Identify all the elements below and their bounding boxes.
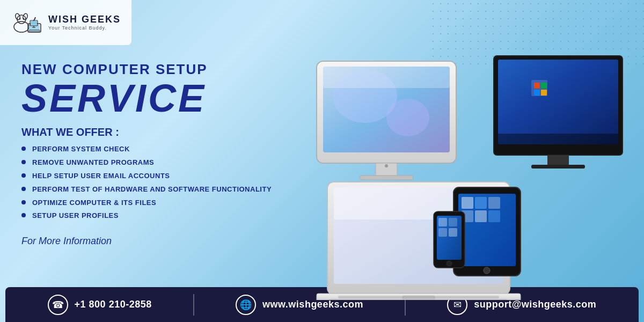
for-more-info-text: For More Information [21, 236, 311, 247]
phone-number: +1 800 210-2858 [75, 299, 152, 310]
footer-phone-item: ☎ +1 800 210-2858 [48, 295, 152, 315]
svg-rect-52 [449, 228, 457, 237]
svg-rect-27 [541, 90, 547, 96]
offer-list: PERFORM SYSTEM CHECK REMOVE UNWANTED PRO… [21, 145, 311, 225]
svg-point-16 [386, 99, 429, 136]
bullet-icon [21, 160, 26, 164]
globe-icon: 🌐 [236, 295, 256, 315]
phone-icon: ☎ [48, 295, 68, 315]
list-item: PERFORM SYSTEM CHECK [21, 145, 311, 154]
svg-rect-40 [462, 197, 473, 209]
bullet-icon [21, 147, 26, 151]
svg-rect-22 [498, 60, 618, 144]
footer-divider-1 [193, 294, 194, 316]
globe-icon-symbol: 🌐 [240, 299, 252, 311]
right-panel-devices [311, 56, 623, 276]
list-item: PERFORM TEST OF HARDWARE AND SOFTWARE FU… [21, 185, 311, 194]
logo-brand-name: WISH GEEKS [48, 14, 121, 25]
offer-item-text: HELP SETUP USER EMAIL ACCOUNTS [32, 172, 170, 181]
main-container: WISH GEEKS Your Technical Buddy. NEW COM… [0, 0, 644, 322]
website-url: www.wishgeeks.com [262, 299, 363, 310]
what-we-offer-heading: WHAT WE OFFER : [21, 126, 311, 138]
svg-rect-24 [534, 83, 540, 89]
title-line2: SERVICE [21, 79, 311, 118]
offer-item-text: PERFORM TEST OF HARDWARE AND SOFTWARE FU… [32, 185, 272, 194]
svg-point-5 [23, 18, 25, 20]
svg-point-53 [447, 261, 452, 266]
svg-point-1 [17, 15, 26, 24]
svg-point-4 [19, 18, 21, 20]
offer-item-text: PERFORM SYSTEM CHECK [32, 145, 130, 154]
offer-item-text: REMOVE UNWANTED PROGRAMS [32, 158, 154, 167]
email-address: support@wishgeeks.com [474, 299, 596, 310]
svg-point-20 [385, 164, 388, 167]
list-item: OPTIMIZE COMPUTER & ITS FILES [21, 199, 311, 208]
svg-rect-29 [547, 155, 569, 166]
svg-rect-28 [498, 134, 618, 144]
left-panel: NEW COMPUTER SETUP SERVICE WHAT WE OFFER… [21, 56, 311, 276]
bullet-icon [21, 200, 26, 204]
devices-illustration [301, 53, 633, 300]
svg-rect-30 [531, 165, 585, 169]
svg-rect-49 [438, 218, 447, 226]
svg-rect-26 [534, 90, 540, 96]
svg-rect-54 [330, 299, 507, 300]
svg-rect-19 [360, 175, 413, 180]
logo-tagline: Your Technical Buddy. [48, 25, 121, 31]
offer-item-text: SETUP USER PROFILES [32, 211, 119, 221]
svg-rect-51 [438, 228, 447, 237]
svg-rect-44 [475, 210, 487, 222]
logo-text: WISH GEEKS Your Technical Buddy. [48, 14, 121, 31]
title-line1: NEW COMPUTER SETUP [21, 61, 311, 78]
svg-point-0 [14, 21, 29, 32]
svg-rect-45 [488, 210, 500, 222]
svg-rect-50 [449, 218, 457, 226]
svg-rect-41 [475, 197, 487, 209]
svg-point-46 [484, 267, 490, 274]
list-item: REMOVE UNWANTED PROGRAMS [21, 158, 311, 167]
svg-rect-42 [488, 197, 500, 209]
svg-rect-17 [323, 67, 450, 88]
email-icon-symbol: ✉ [453, 299, 462, 311]
svg-rect-9 [31, 21, 37, 25]
list-item: HELP SETUP USER EMAIL ACCOUNTS [21, 172, 311, 181]
list-item: SETUP USER PROFILES [21, 211, 311, 221]
header-logo-area: WISH GEEKS Your Technical Buddy. [0, 0, 131, 45]
bullet-icon [21, 213, 26, 217]
wish-geeks-logo-icon [11, 6, 43, 39]
offer-item-text: OPTIMIZE COMPUTER & ITS FILES [32, 199, 156, 208]
phone-icon-symbol: ☎ [52, 299, 64, 311]
svg-rect-25 [541, 83, 547, 89]
bullet-icon [21, 173, 26, 178]
bullet-icon [21, 187, 26, 191]
content-area: NEW COMPUTER SETUP SERVICE WHAT WE OFFER… [0, 45, 644, 287]
